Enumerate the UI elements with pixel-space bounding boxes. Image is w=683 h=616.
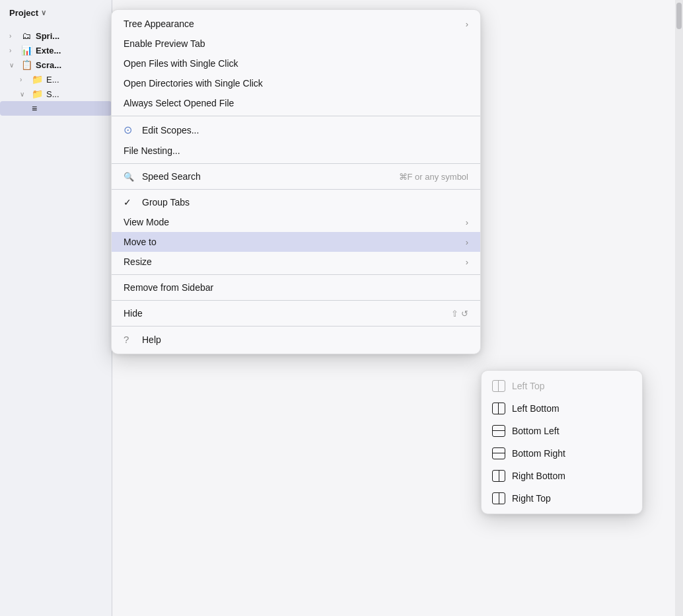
submenu-item-right-bottom[interactable]: Right Bottom [482, 465, 642, 487]
expand-arrow-icon: › [20, 76, 28, 83]
submenu-move-to: Left Top Left Bottom Bottom Left Bottom … [481, 370, 643, 514]
shortcut-refresh-icon: ↺ [461, 309, 468, 319]
menu-item-label: Move to [124, 237, 459, 247]
menu-item-file-nesting[interactable]: File Nesting... [112, 141, 480, 161]
folder-icon: 📁 [32, 74, 42, 85]
submenu-item-label: Left Bottom [512, 403, 559, 414]
panel-bottom-left-icon [492, 425, 505, 437]
menu-item-always-select[interactable]: Always Select Opened File [112, 93, 480, 113]
sidebar-item-selected[interactable]: ≡ [0, 101, 112, 116]
sidebar-item-label: Spri... [36, 31, 59, 41]
separator-2 [112, 163, 480, 164]
expand-arrow-icon: ∨ [9, 61, 17, 69]
separator-3 [112, 189, 480, 190]
separator-4 [112, 274, 480, 275]
panel-right-bottom-icon [492, 470, 505, 482]
menu-item-label: Always Select Opened File [124, 98, 468, 108]
submenu-item-right-top[interactable]: Right Top [482, 487, 642, 510]
submenu-arrow-icon: › [466, 217, 468, 227]
menu-item-label: Speed Search [142, 171, 392, 182]
panel-left-top-icon [492, 380, 505, 392]
list-icon: ≡ [29, 103, 40, 114]
menu-item-speed-search[interactable]: 🔍 Speed Search ⌘F or any symbol [112, 167, 480, 186]
expand-arrow-icon: › [9, 47, 17, 54]
sidebar-item-label: E... [46, 75, 59, 85]
menu-item-label: Tree Appearance [124, 19, 459, 29]
sidebar-items: › 🗂 Spri... › 📊 Exte... ∨ 📋 Scra... › 📁 … [0, 26, 112, 118]
submenu-arrow-icon: › [466, 257, 468, 267]
menu-item-hide[interactable]: Hide ⇧ ↺ [112, 303, 480, 323]
menu-item-open-files-single[interactable]: Open Files with Single Click [112, 54, 480, 73]
menu-item-label: Edit Scopes... [142, 125, 468, 135]
menu-item-label: Help [142, 334, 468, 345]
hide-shortcut: ⇧ ↺ [451, 309, 468, 319]
scopes-icon: ⊙ [124, 124, 135, 136]
submenu-item-label: Bottom Right [512, 448, 565, 459]
panel-left-bottom-icon [492, 403, 505, 414]
submenu-item-left-top[interactable]: Left Top [482, 375, 642, 397]
sidebar-chevron-icon: ∨ [41, 9, 46, 17]
submenu-item-label: Bottom Left [512, 426, 559, 436]
expand-arrow-icon: › [9, 32, 17, 40]
shortcut-shift-icon: ⇧ [451, 309, 458, 319]
sidebar-item-label: Exte... [36, 46, 61, 56]
sidebar-title: Project [9, 8, 38, 18]
menu-item-resize[interactable]: Resize › [112, 252, 480, 272]
menu-item-label: Open Files with Single Click [124, 58, 468, 69]
separator-6 [112, 326, 480, 327]
sidebar-item-e-sub[interactable]: › 📁 E... [0, 72, 112, 87]
sidebar-item-external[interactable]: › 📊 Exte... [0, 43, 112, 58]
menu-item-label: Resize [124, 256, 459, 267]
sidebar-item-label: Scra... [36, 60, 61, 70]
scratches-icon: 📋 [21, 59, 32, 70]
submenu-arrow-icon: › [466, 19, 468, 29]
menu-item-enable-preview[interactable]: Enable Preview Tab [112, 34, 480, 54]
submenu-item-label: Right Top [512, 493, 551, 504]
menu-item-tree-appearance[interactable]: Tree Appearance › [112, 14, 480, 34]
sidebar-header[interactable]: Project ∨ [0, 0, 112, 26]
submenu-item-label: Left Top [512, 381, 545, 391]
menu-item-label: File Nesting... [124, 145, 468, 156]
sidebar-item-label: S... [46, 89, 59, 99]
search-icon: 🔍 [124, 172, 135, 182]
menu-item-label: Hide [124, 308, 445, 319]
sidebar-item-scratches[interactable]: ∨ 📋 Scra... [0, 58, 112, 72]
menu-item-label: Remove from Sidebar [124, 282, 468, 293]
submenu-item-bottom-right[interactable]: Bottom Right [482, 442, 642, 465]
submenu-arrow-icon: › [466, 237, 468, 247]
context-menu: Tree Appearance › Enable Preview Tab Ope… [111, 9, 481, 354]
menu-item-edit-scopes[interactable]: ⊙ Edit Scopes... [112, 119, 480, 141]
submenu-item-left-bottom[interactable]: Left Bottom [482, 397, 642, 420]
scrollbar-thumb[interactable] [676, 3, 682, 29]
panel-right-top-icon [492, 492, 505, 504]
menu-item-remove-sidebar[interactable]: Remove from Sidebar [112, 278, 480, 297]
submenu-item-label: Right Bottom [512, 471, 565, 481]
submenu-item-bottom-left[interactable]: Bottom Left [482, 420, 642, 442]
separator-1 [112, 116, 480, 116]
menu-item-open-dirs-single[interactable]: Open Directories with Single Click [112, 73, 480, 93]
menu-item-move-to[interactable]: Move to › [112, 232, 480, 252]
expand-arrow-icon: ∨ [20, 91, 28, 98]
menu-item-view-mode[interactable]: View Mode › [112, 212, 480, 232]
menu-item-help[interactable]: ? Help [112, 329, 480, 350]
folder-icon: 🗂 [21, 30, 32, 41]
menu-item-label: Open Directories with Single Click [124, 78, 468, 89]
folder-icon: 📁 [32, 89, 42, 99]
panel-bottom-right-icon [492, 447, 505, 459]
help-icon: ? [124, 334, 135, 345]
external-icon: 📊 [21, 45, 32, 56]
sidebar-item-spring[interactable]: › 🗂 Spri... [0, 28, 112, 43]
menu-item-label: Group Tabs [142, 197, 468, 208]
sidebar-item-s-sub[interactable]: ∨ 📁 S... [0, 87, 112, 101]
check-icon: ✓ [124, 197, 135, 208]
menu-item-group-tabs[interactable]: ✓ Group Tabs [112, 192, 480, 212]
menu-item-label: Enable Preview Tab [124, 38, 468, 49]
sidebar: Project ∨ › 🗂 Spri... › 📊 Exte... ∨ 📋 Sc… [0, 0, 112, 616]
menu-item-label: View Mode [124, 217, 459, 227]
separator-5 [112, 300, 480, 301]
shortcut-label: ⌘F or any symbol [399, 172, 468, 182]
scrollbar-area[interactable] [675, 0, 683, 616]
